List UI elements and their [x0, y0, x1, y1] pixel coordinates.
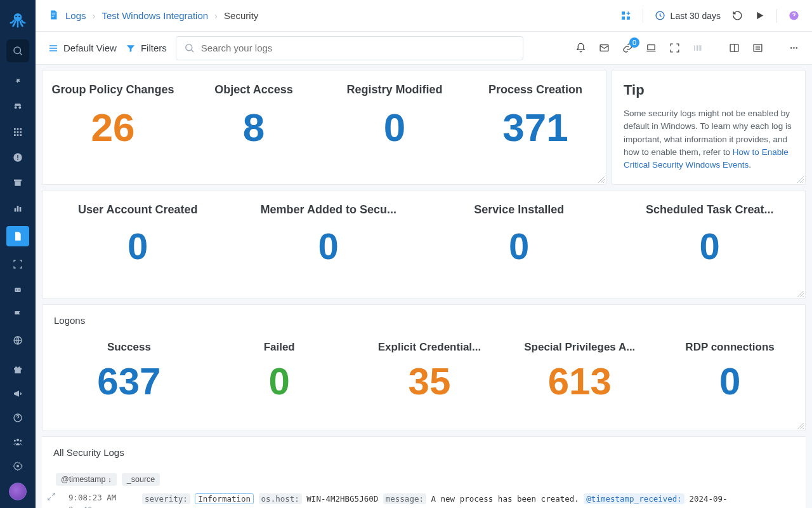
tip-card: Tip Some security logs might not be enab…: [612, 70, 806, 185]
stat[interactable]: Registry Modified0: [324, 70, 465, 184]
refresh-button[interactable]: [732, 10, 743, 21]
svg-rect-32: [622, 17, 625, 20]
help-button[interactable]: [789, 10, 799, 21]
stats-row-1: Group Policy Changes26Object Access8Regi…: [42, 70, 606, 185]
stat[interactable]: RDP connections0: [655, 341, 805, 407]
nav-settings-icon[interactable]: [6, 458, 29, 474]
nav-bot-icon[interactable]: [6, 282, 29, 297]
svg-rect-10: [14, 134, 16, 136]
svg-rect-19: [20, 207, 22, 211]
global-search-button[interactable]: [6, 39, 29, 62]
stat[interactable]: Failed0: [204, 341, 355, 407]
chevron-right-icon: ›: [214, 10, 218, 21]
filters-label: Filters: [141, 43, 167, 53]
stat[interactable]: Member Added to Secu...0: [233, 190, 424, 271]
stat-value: 35: [409, 363, 451, 401]
split-panel-icon[interactable]: [729, 43, 740, 53]
svg-rect-17: [15, 208, 16, 211]
svg-rect-31: [622, 11, 625, 15]
laptop-icon[interactable]: [646, 43, 657, 53]
list-panel-icon[interactable]: [752, 43, 763, 53]
stat-value: 0: [509, 228, 529, 265]
bell-icon[interactable]: [575, 43, 586, 53]
stat[interactable]: Success637: [54, 341, 204, 407]
breadcrumb-mid[interactable]: Test Windows Integration: [102, 10, 209, 21]
barcode-icon[interactable]: [693, 43, 704, 53]
breadcrumb-root[interactable]: Logs: [65, 10, 86, 21]
left-nav: [0, 0, 36, 508]
stat-value: 637: [97, 363, 160, 401]
fullscreen-icon[interactable]: [669, 43, 680, 53]
search-input-field[interactable]: [201, 43, 515, 53]
stat[interactable]: Group Policy Changes26: [43, 70, 183, 184]
play-button[interactable]: [754, 10, 765, 21]
logons-title: Logons: [54, 315, 805, 326]
nav-gift-icon[interactable]: [6, 362, 29, 377]
svg-rect-6: [20, 128, 22, 130]
filters-button[interactable]: Filters: [126, 43, 167, 53]
svg-rect-42: [699, 45, 700, 51]
stat-label: RDP connections: [685, 341, 774, 354]
nav-team-icon[interactable]: [6, 434, 29, 450]
stat-label: Failed: [264, 341, 295, 354]
nav-incognito-icon[interactable]: [6, 99, 29, 114]
stat[interactable]: Special Privileges A...613: [504, 341, 655, 407]
expand-icon[interactable]: [47, 492, 61, 508]
nav-megaphone-icon[interactable]: [6, 386, 29, 401]
stat-label: Scheduled Task Creat...: [646, 203, 774, 217]
logs-title: All Security Logs: [47, 447, 806, 458]
resize-handle[interactable]: [598, 177, 605, 183]
resize-handle[interactable]: [797, 291, 804, 297]
stat[interactable]: Explicit Credential...35: [355, 341, 505, 407]
nav-rocket-icon[interactable]: [6, 74, 29, 89]
logons-card: Logons Success637Failed0Explicit Credent…: [42, 304, 806, 431]
svg-rect-18: [17, 206, 19, 211]
stat-label: Object Access: [214, 83, 292, 97]
col-timestamp[interactable]: @timestamp↓: [56, 473, 117, 486]
nav-apps-icon[interactable]: [6, 124, 29, 140]
svg-rect-24: [14, 368, 22, 370]
nav-help-icon[interactable]: [6, 410, 29, 425]
link-icon[interactable]: 0: [622, 43, 633, 53]
resize-handle[interactable]: [797, 177, 804, 183]
svg-rect-43: [700, 45, 701, 51]
nav-scan-icon[interactable]: [6, 257, 29, 272]
user-avatar[interactable]: [9, 483, 27, 500]
nav-logs-icon[interactable]: [6, 226, 29, 246]
search-input[interactable]: [176, 36, 523, 60]
col-source[interactable]: _source: [122, 473, 160, 486]
nav-globe-icon[interactable]: [6, 333, 29, 348]
stat[interactable]: Object Access8: [183, 70, 324, 184]
svg-rect-15: [17, 159, 18, 160]
svg-rect-25: [15, 370, 20, 373]
stat[interactable]: Service Installed0: [424, 190, 615, 271]
nav-archive-icon[interactable]: [6, 175, 29, 190]
stat[interactable]: Process Creation371: [465, 70, 606, 184]
nav-flag-icon[interactable]: [6, 307, 29, 323]
stat[interactable]: Scheduled Task Creat...0: [615, 190, 806, 271]
log-source: severity: Information os.host: WIN-4M2HB…: [142, 492, 802, 508]
svg-rect-41: [697, 45, 698, 51]
link-badge-count: 0: [629, 37, 639, 48]
svg-point-36: [186, 44, 192, 51]
nav-alert-icon[interactable]: [6, 150, 29, 165]
default-view-button[interactable]: Default View: [48, 43, 117, 53]
stat-label: Member Added to Secu...: [261, 203, 396, 217]
svg-rect-8: [17, 131, 19, 133]
stat-value: 0: [318, 228, 339, 265]
mail-icon[interactable]: [599, 43, 610, 53]
log-row[interactable]: 9:08:23 AM 2m 40s ago severity: Informat…: [47, 486, 806, 508]
stat-value: 613: [548, 363, 612, 401]
svg-rect-39: [694, 45, 695, 51]
svg-point-48: [796, 47, 797, 49]
more-icon[interactable]: [789, 43, 799, 53]
stat[interactable]: User Account Created0: [43, 190, 233, 271]
time-range-selector[interactable]: Last 30 days: [655, 10, 721, 21]
nav-chart-icon[interactable]: [6, 201, 29, 216]
stat-value: 0: [719, 363, 740, 401]
logs-card: All Security Logs @timestamp↓ _source 9:…: [42, 436, 806, 508]
resize-handle[interactable]: [797, 423, 804, 429]
svg-point-3: [14, 47, 21, 54]
svg-point-29: [20, 439, 22, 441]
add-widget-button[interactable]: [620, 10, 631, 21]
